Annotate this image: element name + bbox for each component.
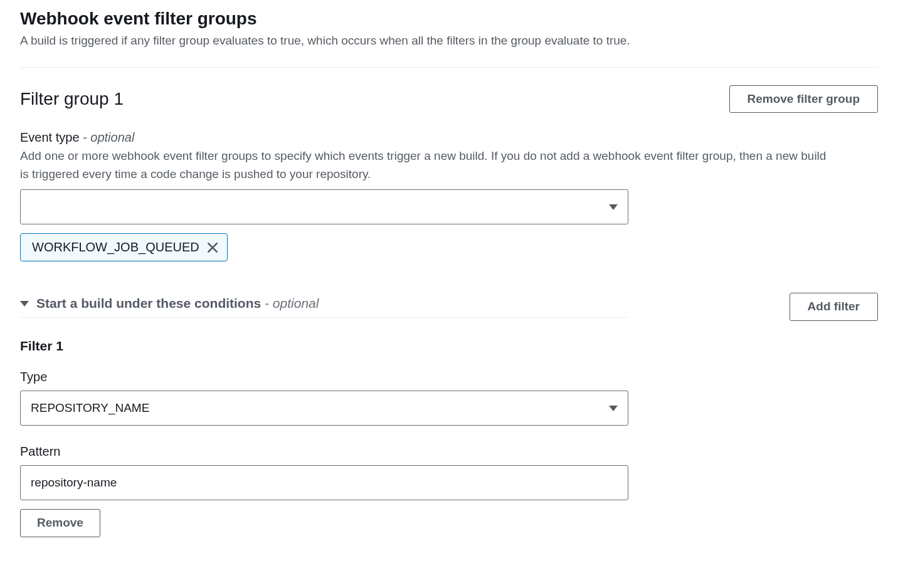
- event-type-select[interactable]: [20, 189, 628, 224]
- close-icon: [207, 242, 218, 253]
- filter-group-section: Filter group 1 Remove filter group Event…: [20, 68, 878, 537]
- chevron-down-icon: [609, 406, 618, 411]
- event-type-help: Add one or more webhook event filter gro…: [20, 147, 835, 183]
- event-type-tag: WORKFLOW_JOB_QUEUED: [20, 233, 228, 261]
- chevron-down-icon: [609, 204, 618, 210]
- filter-type-label: Type: [20, 370, 878, 384]
- filter-pattern-label: Pattern: [20, 444, 878, 459]
- page-title: Webhook event filter groups: [20, 9, 878, 29]
- chevron-down-icon: [20, 301, 29, 307]
- filter-title: Filter 1: [20, 339, 878, 354]
- filter-pattern-input[interactable]: [20, 465, 628, 500]
- conditions-optional: - optional: [261, 296, 319, 310]
- tag-remove-button[interactable]: [207, 242, 218, 253]
- page-header: Webhook event filter groups A build is t…: [20, 9, 878, 68]
- add-filter-button[interactable]: Add filter: [790, 293, 878, 321]
- event-type-field: Event type - optional Add one or more we…: [20, 130, 878, 261]
- conditions-label: Start a build under these conditions: [36, 296, 261, 310]
- filter-pattern-field: Pattern Remove: [20, 444, 878, 537]
- event-type-label: Event type: [20, 130, 80, 144]
- page-subtitle: A build is triggered if any filter group…: [20, 33, 878, 50]
- conditions-heading-row[interactable]: Start a build under these conditions - o…: [20, 296, 628, 318]
- filter-type-select-value: REPOSITORY_NAME: [31, 401, 609, 415]
- event-type-optional: - optional: [80, 130, 135, 144]
- filter-type-select[interactable]: REPOSITORY_NAME: [20, 391, 628, 426]
- event-type-tag-label: WORKFLOW_JOB_QUEUED: [32, 240, 199, 255]
- filter-group-title: Filter group 1: [20, 89, 124, 109]
- remove-filter-button[interactable]: Remove: [20, 509, 100, 537]
- remove-filter-group-button[interactable]: Remove filter group: [729, 85, 878, 113]
- filter-type-field: Type REPOSITORY_NAME: [20, 370, 878, 426]
